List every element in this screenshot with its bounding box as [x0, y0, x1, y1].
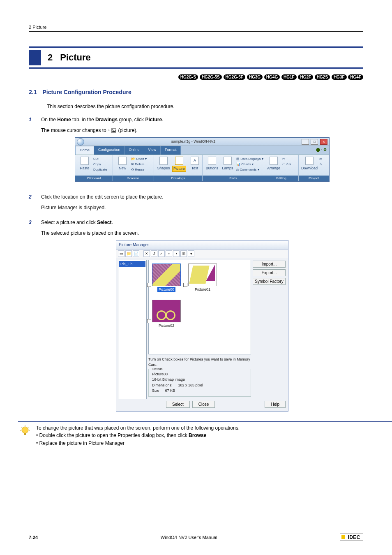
- svg-line-6: [28, 427, 30, 428]
- toolbar-icon: ↺: [151, 250, 157, 257]
- thumbnail-caption: Picture01: [195, 287, 210, 293]
- toolbar-icon: ▭: [118, 250, 125, 257]
- step-1: 1 On the Home tab, in the Drawings group…: [29, 116, 363, 189]
- svg-point-2: [112, 130, 113, 131]
- svg-line-5: [21, 427, 22, 428]
- screens-items: 📂 Open ▾ ✖ Delete ♻ Reuse: [131, 157, 147, 172]
- ribbon-tabs: Home Configuration Online View Format ⬤ …: [75, 146, 329, 155]
- help-button: Help: [265, 401, 286, 408]
- group-label: Project: [299, 176, 329, 181]
- details-size-label: Size: [152, 388, 159, 394]
- download-button: Download: [301, 157, 318, 171]
- running-header: 2 Picture: [29, 25, 363, 32]
- badge: HG2G-5S: [200, 74, 222, 80]
- parts-items: ▤ Data Displays ▾ 📊 Charts ▾ fx Commands…: [236, 157, 263, 172]
- lightbulb-icon: [18, 424, 32, 447]
- select-button: Select: [166, 401, 190, 408]
- section-number: 2: [41, 50, 60, 65]
- footer-title: WindO/I-NV2 User's Manual: [38, 535, 340, 540]
- badge: HG2G-S: [178, 74, 198, 80]
- thumbnail: Picture02: [152, 300, 181, 329]
- step-subtext: The selected picture is placed on the sc…: [41, 229, 363, 237]
- window-title: sample.n3g - WindO/I-NV2: [86, 139, 301, 145]
- page-footer: 7-24 WindO/I-NV2 User's Manual IDEC: [0, 534, 392, 541]
- badge: HG3F: [332, 74, 347, 80]
- step-number: 1: [29, 116, 41, 189]
- details-legend: Details: [151, 367, 164, 372]
- paste-button: Paste: [78, 157, 92, 171]
- brand-logo: IDEC: [340, 534, 363, 541]
- svg-text:+: +: [108, 127, 110, 132]
- tip-item: Double click the picture to open the Pro…: [36, 432, 240, 439]
- pm-category-tree: Pic_Lib: [118, 260, 147, 399]
- model-badges: HG2G-S HG2G-5S HG2G-5F HG3G HG4G HG1F HG…: [29, 74, 363, 80]
- svg-rect-4: [24, 433, 26, 435]
- pm-thumbnail-grid: Picture00 Picture01 Picture02: [148, 260, 251, 354]
- badge: HG4F: [348, 74, 363, 80]
- close-button: Close: [192, 401, 215, 408]
- tab-format: Format: [161, 146, 181, 155]
- toolbar-icon: ✕: [143, 250, 150, 257]
- lamps-button: Lamps: [221, 157, 235, 171]
- group-label: Parts: [203, 176, 264, 181]
- details-dim: 182 x 165 pixel: [178, 383, 203, 388]
- new-button: New: [115, 157, 129, 171]
- tree-node: Pic_Lib: [119, 261, 145, 268]
- buttons-button: Buttons: [205, 157, 219, 171]
- tab-home: Home: [75, 146, 94, 155]
- pm-toolbar: ▭ 📁 📄 ✕ ↺ ✓ ▫ ▪ ▥ ▾: [116, 250, 288, 258]
- pm-details: Details Picture00 16-bit Bitmap image Di…: [148, 369, 251, 397]
- svg-point-3: [22, 427, 28, 433]
- symbol-factory-button: Symbol Factory: [253, 278, 286, 285]
- group-label: Clipboard: [75, 176, 113, 181]
- picture-button: Picture: [172, 157, 186, 172]
- page-number: 7-24: [29, 535, 38, 540]
- subsection-title: Picture Configuration Procedure: [42, 89, 131, 95]
- step-subtext: Picture Manager is displayed.: [41, 204, 363, 211]
- import-button: Import...: [253, 261, 286, 268]
- tip-box: To change the picture that was placed on…: [18, 421, 392, 450]
- pm-side-buttons: Import... Export... Symbol Factory: [251, 258, 288, 401]
- step-text: On the Home tab, in the Drawings group, …: [41, 116, 363, 123]
- badge: HG1F: [281, 74, 297, 80]
- details-type: 16-bit Bitmap image: [152, 377, 247, 383]
- intro-text: This section describes the picture confi…: [47, 103, 363, 110]
- clipboard-items: Cut Copy Duplicate: [93, 157, 107, 172]
- checkbox-icon: [147, 319, 151, 323]
- cursor-picture-icon: +: [108, 127, 117, 134]
- step-text: Select a picture and click Select.: [41, 219, 363, 226]
- section-title: Picture: [60, 50, 91, 65]
- group-label: Editing: [264, 176, 298, 181]
- badge: HG2F: [298, 74, 313, 80]
- text-button: AText: [188, 157, 202, 171]
- step-number: 2: [29, 193, 41, 215]
- group-label: Screens: [113, 176, 154, 181]
- tab-view: View: [144, 146, 161, 155]
- help-icon: ⬤ · ⚙: [314, 146, 329, 155]
- step-number: 3: [29, 219, 41, 417]
- thumbnail-caption: Picture02: [159, 323, 174, 329]
- step-3: 3 Select a picture and click Select. The…: [29, 219, 363, 417]
- dialog-title: Picture Manager: [116, 240, 288, 250]
- details-name: Picture00: [152, 372, 247, 377]
- toolbar-icon: ✓: [158, 250, 165, 257]
- pm-note: Turn on Check boxes for Pictures you wan…: [148, 357, 251, 368]
- subsection-number: 2.1: [29, 89, 37, 95]
- project-items: ▭⚠: [319, 157, 323, 167]
- window-controls: – □ x: [301, 139, 327, 145]
- shapes-button: Shapes: [157, 157, 171, 171]
- subsection-heading: 2.1 Picture Configuration Procedure: [29, 89, 363, 95]
- badge: HG3G: [247, 74, 263, 80]
- section-heading: 2 Picture: [29, 46, 363, 69]
- checkbox-icon: [183, 283, 187, 287]
- thumbnail-caption: Picture00: [157, 287, 175, 293]
- details-size: 67 KB: [165, 388, 175, 394]
- maximize-icon: □: [311, 139, 318, 145]
- picture-manager-screenshot: Picture Manager ▭ 📁 📄 ✕ ↺ ✓ ▫ ▪ ▥ ▾ P: [116, 240, 288, 412]
- checkbox-icon: [147, 283, 151, 287]
- step-text: Click the location on the edit screen to…: [41, 193, 363, 201]
- toolbar-icon: ▪: [173, 250, 180, 257]
- badge: HG2G-5F: [224, 74, 245, 80]
- section-accent: [29, 50, 41, 65]
- step-subtext: The mouse cursor changes to + (picture).: [41, 127, 363, 134]
